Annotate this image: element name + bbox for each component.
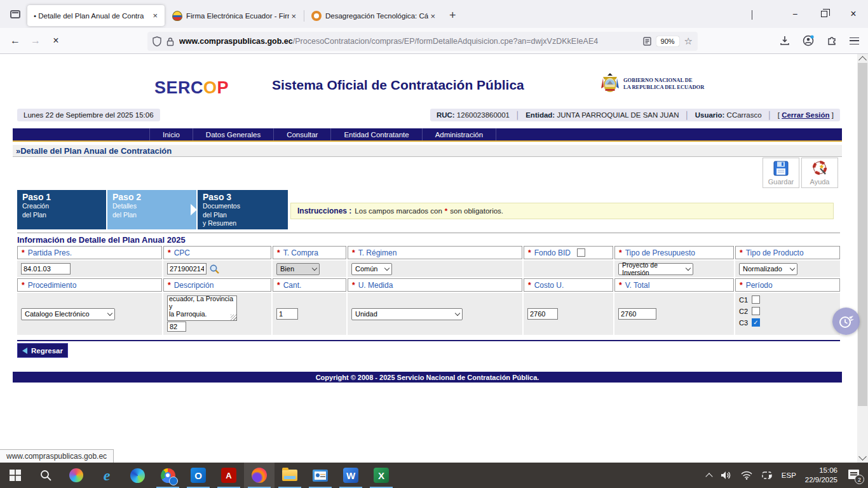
government-logo: GOBIERNO NACIONAL DELA REPUBLICA DEL ECU…: [600, 72, 704, 96]
action-center-icon[interactable]: 2: [846, 468, 862, 482]
scrollbar-thumb[interactable]: [858, 63, 867, 406]
connect-device-icon[interactable]: [761, 471, 773, 480]
firefox-view-icon[interactable]: [6, 5, 24, 23]
taskbar-firefox-active[interactable]: [244, 463, 275, 488]
fondo-bid-checkbox[interactable]: [577, 248, 585, 257]
cell-cpc: [163, 261, 271, 277]
close-button[interactable]: ×: [839, 0, 868, 28]
extensions-icon[interactable]: [827, 36, 837, 46]
step-3[interactable]: Paso 3 Documentos del Plan y Resumen: [198, 190, 288, 229]
cell-tipo-presupuesto: Proyecto de Inversión: [614, 261, 734, 277]
costou-input[interactable]: [527, 308, 558, 320]
minimize-button[interactable]: −: [780, 0, 810, 28]
header-costou: *Costo U.: [524, 278, 613, 292]
restore-button[interactable]: [810, 0, 839, 28]
new-tab-button[interactable]: +: [443, 9, 463, 22]
time-tracker-overlay-icon[interactable]: [832, 308, 860, 335]
cant-input[interactable]: [276, 308, 298, 320]
taskbar-internet-explorer[interactable]: e: [92, 463, 122, 488]
cpc-search-magnifier-icon[interactable]: [209, 264, 220, 274]
descripcion-textarea[interactable]: ▪▪▪▪▪ ▪▪▪▪▪▪▪ ▪▪ ecuador, La Provincia y…: [167, 295, 237, 321]
menu-datos-generales[interactable]: Datos Generales: [193, 128, 274, 140]
tab-close-icon[interactable]: ×: [428, 11, 437, 21]
tab-desagregacion[interactable]: Desagregación Tecnológica: Cál ×: [305, 6, 442, 26]
cell-costou: [524, 293, 613, 335]
tray-expand-icon[interactable]: [705, 473, 712, 480]
downloads-icon[interactable]: [780, 36, 790, 46]
regresar-button[interactable]: Regresar: [17, 343, 68, 358]
taskbar-clock[interactable]: 15:06 22/9/2025: [805, 466, 837, 485]
tab-title: • Detalle del Plan Anual de Contra: [34, 12, 151, 20]
descripcion-extra-input[interactable]: [167, 322, 186, 332]
taskbar-chrome[interactable]: [153, 463, 183, 488]
step-1[interactable]: Paso 1 Creación del Plan: [17, 190, 106, 229]
c1-checkbox[interactable]: [752, 295, 760, 304]
menu-administracion[interactable]: Administración: [423, 128, 496, 140]
tray-date: 22/9/2025: [805, 475, 837, 485]
list-all-tabs-icon[interactable]: [743, 10, 761, 19]
cpc-input[interactable]: [167, 263, 207, 274]
vertical-scrollbar[interactable]: [857, 54, 868, 463]
resize-grip-icon[interactable]: [231, 315, 236, 320]
menu-consultar[interactable]: Consultar: [274, 128, 331, 140]
scroll-down-arrow-icon[interactable]: [858, 452, 867, 461]
bookmark-star-icon[interactable]: ☆: [684, 36, 693, 47]
url-text: www.compraspublicas.gob.ec/ProcesoContra…: [179, 37, 643, 46]
windows-logo-icon: [10, 470, 21, 481]
menu-entidad-contratante[interactable]: Entidad Contratante: [331, 128, 422, 140]
tab-firma-electronica[interactable]: Firma Electrónica Ecuador - Firm ×: [166, 6, 303, 26]
taskbar-presentation-app[interactable]: [305, 463, 336, 488]
taskbar-outlook[interactable]: O: [183, 463, 214, 488]
chevron-down-icon: [455, 310, 460, 315]
stop-button[interactable]: ×: [46, 35, 66, 46]
back-button[interactable]: ←: [5, 35, 25, 46]
save-button[interactable]: Guardar: [763, 158, 799, 188]
tipo-presupuesto-select[interactable]: Proyecto de Inversión: [618, 263, 693, 275]
tipo-producto-select[interactable]: Normalizado: [739, 263, 797, 275]
folder-icon: [282, 470, 297, 481]
logout-link[interactable]: Cerrar Sesión: [782, 111, 829, 119]
reader-view-icon[interactable]: [643, 37, 651, 46]
start-button[interactable]: [0, 463, 31, 488]
umedida-select[interactable]: Unidad: [351, 308, 463, 320]
taskbar-search-button[interactable]: [31, 463, 61, 488]
user-label: Usuario:: [695, 111, 725, 119]
menu-hamburger-icon[interactable]: [850, 37, 859, 44]
tab-close-icon[interactable]: ×: [151, 11, 159, 20]
menu-inicio[interactable]: Inicio: [149, 128, 193, 140]
chevron-down-icon: [107, 310, 112, 315]
page-title: »Detalle del Plan Anual de Contratación: [13, 145, 842, 157]
c3-checkbox[interactable]: ✓: [752, 318, 760, 327]
language-indicator[interactable]: ESP: [782, 471, 796, 479]
volume-icon[interactable]: [721, 470, 732, 480]
zoom-level-badge[interactable]: 90%: [656, 36, 679, 46]
taskbar-acrobat[interactable]: A: [214, 463, 244, 488]
tregimen-select[interactable]: Común: [351, 263, 392, 275]
copyright-footer: Copyright © 2008 - 2025 Servicio Naciona…: [13, 372, 842, 383]
save-label: Guardar: [768, 178, 794, 186]
taskbar-edge[interactable]: [122, 463, 153, 488]
chevron-down-icon: [312, 265, 317, 270]
taskbar-copilot[interactable]: [61, 463, 92, 488]
step-2-active[interactable]: Paso 2 Detalles del Plan: [107, 190, 196, 229]
tcompra-select[interactable]: Bien: [276, 263, 320, 275]
tracking-shield-icon[interactable]: [153, 36, 161, 46]
help-button[interactable]: Ayuda: [801, 158, 838, 188]
c2-checkbox[interactable]: [752, 307, 760, 315]
account-icon[interactable]: [803, 35, 814, 46]
lock-icon[interactable]: [166, 37, 174, 46]
section-title: Información de Detalle del Plan Anual 20…: [17, 233, 840, 245]
status-bar-link-preview: www.compraspublicas.gob.ec: [0, 449, 114, 463]
tab-plan-anual[interactable]: • Detalle del Plan Anual de Contra ×: [27, 5, 165, 26]
forward-button[interactable]: →: [25, 35, 46, 46]
session-bar: RUC: 1260023860001 │ Entidad: JUNTA PARR…: [430, 109, 840, 121]
taskbar-file-explorer[interactable]: [275, 463, 305, 488]
taskbar-excel[interactable]: X: [366, 463, 397, 488]
tab-close-icon[interactable]: ×: [289, 11, 298, 21]
vtotal-input[interactable]: [618, 308, 656, 320]
wifi-icon[interactable]: [741, 471, 752, 480]
procedimiento-select[interactable]: Catalogo Electrónico: [21, 308, 115, 320]
url-bar[interactable]: www.compraspublicas.gob.ec/ProcesoContra…: [147, 32, 698, 51]
taskbar-word[interactable]: W: [336, 463, 366, 488]
partida-input[interactable]: [21, 263, 71, 274]
